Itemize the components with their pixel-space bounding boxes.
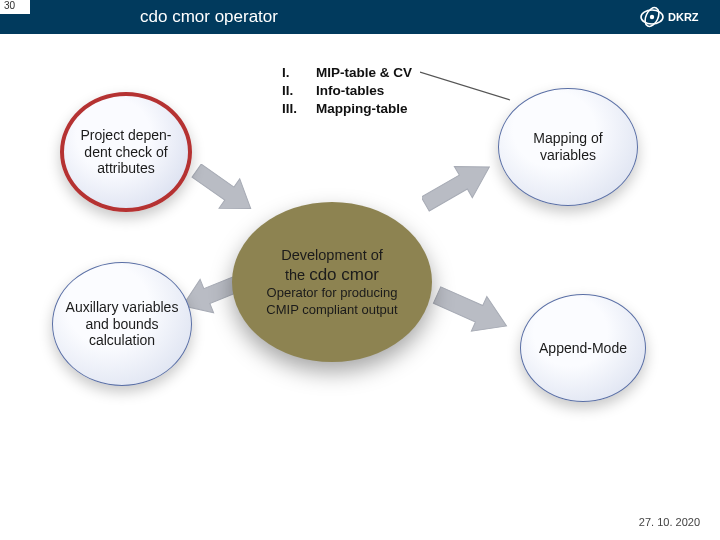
satellite-label: Project depen- dent check of attributes <box>64 121 188 183</box>
center-line2-pre: the <box>285 267 309 283</box>
svg-point-2 <box>650 15 654 19</box>
list-item: III. Mapping-table <box>282 100 412 118</box>
table-list: I. MIP-table & CV II. Info-tables III. M… <box>282 64 412 119</box>
svg-line-3 <box>420 72 510 100</box>
satellite-label: Mapping of variables <box>499 124 637 170</box>
svg-marker-4 <box>188 164 258 223</box>
list-label: MIP-table & CV <box>316 64 412 82</box>
slide-header: cdo cmor operator DKRZ <box>0 0 720 34</box>
satellite-top-left: Project depen- dent check of attributes <box>60 92 192 212</box>
center-text: Development of the cdo cmor Operator for… <box>254 246 410 318</box>
list-num: I. <box>282 64 306 82</box>
list-item: I. MIP-table & CV <box>282 64 412 82</box>
satellite-top-right: Mapping of variables <box>498 88 638 206</box>
arrow-icon <box>432 282 512 348</box>
list-num: III. <box>282 100 306 118</box>
center-line3: Operator for producing CMIP compliant ou… <box>254 285 410 318</box>
arrow-icon <box>188 164 258 224</box>
center-bubble: Development of the cdo cmor Operator for… <box>232 202 432 362</box>
center-line1: Development of <box>254 246 410 264</box>
list-item: II. Info-tables <box>282 82 412 100</box>
page-number: 30 <box>0 0 30 14</box>
page-number-text: 30 <box>4 0 15 11</box>
satellite-bottom-left: Auxillary variables and bounds calculati… <box>52 262 192 386</box>
connector-line <box>420 66 540 106</box>
satellite-bottom-right: Append-Mode <box>520 294 646 402</box>
slide-title: cdo cmor operator <box>140 7 278 27</box>
footer-date: 27. 10. 2020 <box>639 516 700 528</box>
satellite-label: Auxillary variables and bounds calculati… <box>53 293 191 355</box>
list-label: Mapping-table <box>316 100 408 118</box>
svg-marker-7 <box>432 282 512 343</box>
satellite-label: Append-Mode <box>529 334 637 363</box>
svg-marker-6 <box>422 156 498 220</box>
list-num: II. <box>282 82 306 100</box>
center-line2-emph: cdo cmor <box>309 265 379 284</box>
logo-text: DKRZ <box>668 11 699 23</box>
dkrz-logo: DKRZ <box>640 6 710 28</box>
arrow-icon <box>422 156 500 220</box>
slide-body: I. MIP-table & CV II. Info-tables III. M… <box>0 34 720 504</box>
list-label: Info-tables <box>316 82 384 100</box>
